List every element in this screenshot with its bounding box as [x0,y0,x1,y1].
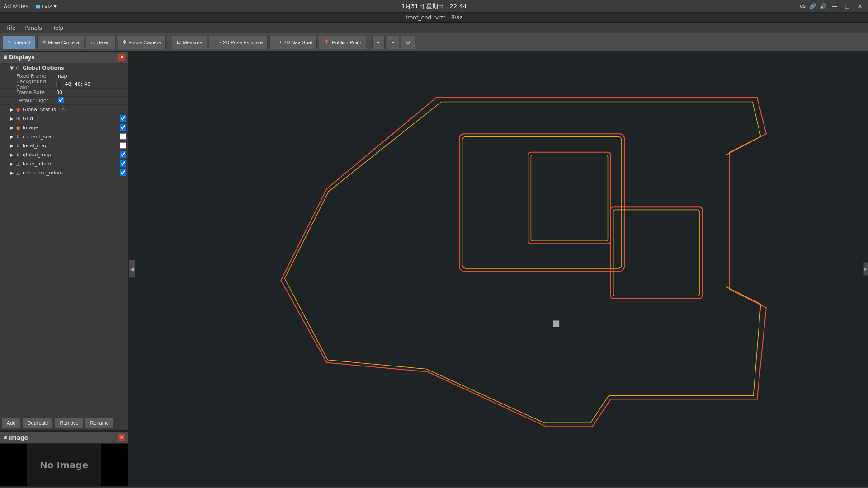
image-panel-title: Image [9,435,28,441]
global-map-checkbox[interactable] [120,151,126,158]
maximize-button[interactable]: □ [843,2,852,11]
add-button[interactable]: Add [2,418,21,428]
tree-item-global-map[interactable]: ▶ ⠿ global_map [0,150,128,159]
tree-item-global-options[interactable]: ▼ ⚙ Global Options [0,63,128,72]
background-color-value[interactable]: 48; 48; 48 [56,81,126,87]
image-panel-icon: 🖥 [3,435,7,440]
tree-item-global-status[interactable]: ▶ ● Global Status: Er... [0,105,128,114]
tree-item-reference-odom[interactable]: ▶ △ reference_odom [0,168,128,177]
grid-expand[interactable]: ▶ [9,116,14,121]
displays-panel-close[interactable]: ✕ [118,54,125,61]
reference-odom-expand[interactable]: ▶ [9,170,14,175]
displays-panel-header[interactable]: 🖥 Displays ✕ [0,52,128,63]
menu-panels[interactable]: Panels [20,24,47,32]
toolbar-zoom-reset[interactable]: ⊙ [401,36,415,49]
fixed-frame-value[interactable]: map [56,73,126,79]
image-expand[interactable]: ▶ [9,125,14,130]
toolbar-separator-1 [169,37,169,48]
rename-button[interactable]: Rename [85,418,114,428]
svg-rect-3 [462,136,622,268]
toolbar-zoom-out[interactable]: − [387,36,399,49]
tree-item-current-scan[interactable]: ▶ ⠿ current_scan [0,132,128,141]
nav-goal-icon: ⟶ [274,39,282,45]
yellow-overlay [285,102,761,423]
grid-checkbox[interactable] [120,115,126,122]
reference-odom-label: reference_odom [23,170,118,176]
laser-odom-expand[interactable]: ▶ [9,161,14,166]
svg-rect-0 [459,134,624,271]
laser-odom-checkbox[interactable] [120,160,126,167]
tree-item-grid[interactable]: ▶ ⊞ Grid [0,114,128,123]
global-status-expand[interactable]: ▶ [9,107,14,112]
current-scan-checkbox[interactable] [120,133,126,140]
focus-camera-icon: ✥ [123,39,127,45]
robot-marker [553,320,559,327]
volume-icon: 🔊 [820,3,826,9]
local-map-expand[interactable]: ▶ [9,143,14,148]
toolbar-select[interactable]: ▭ Select [86,36,116,49]
remove-button[interactable]: Remove [55,418,83,428]
image-label: Image [23,125,118,131]
frame-rate-value[interactable]: 30 [56,89,126,95]
global-status-icon: ● [14,106,22,113]
default-light-checkbox[interactable] [58,97,64,103]
image-icon: ● [14,124,22,131]
menubar: File Panels Help [0,23,868,33]
toolbar-2d-pose-estimate[interactable]: ⟶ 2D Pose Estimate [209,36,268,49]
duplicate-button[interactable]: Duplicate [23,418,53,428]
toolbar-separator-2 [369,37,369,48]
window-title: front_end.rviz* - RViz [406,14,462,21]
laser-odom-label: laser_odom [23,161,118,167]
local-map-label: local_map [23,143,118,149]
menu-help[interactable]: Help [47,24,68,32]
default-light-value[interactable] [56,97,126,104]
image-panel-close[interactable]: ✕ [118,434,125,441]
image-checkbox[interactable] [120,124,126,131]
select-icon: ▭ [91,39,95,45]
displays-buttons: Add Duplicate Remove Rename [0,415,128,430]
image-panel-header[interactable]: 🖥 Image ✕ [0,432,128,444]
global-options-icon: ⚙ [14,64,22,71]
image-panel-title-area: 🖥 Image [3,435,28,441]
no-image-text: No Image [27,444,101,486]
current-scan-icon: ⠿ [14,133,22,140]
global-options-expand[interactable]: ▼ [9,66,14,70]
activities-label[interactable]: Activities [4,3,28,9]
global-status-label: Global Status: Er... [23,107,126,113]
prop-default-light: Default Light [0,97,128,105]
titlebar: Activities ■ rviz ▾ 1月31日 星期日，22:44 us 🔗… [0,0,868,13]
global-map-expand[interactable]: ▶ [9,152,14,157]
toolbar-zoom-in[interactable]: + [372,36,385,49]
toolbar-move-camera[interactable]: ✥ Move Camera [37,36,84,49]
viewport[interactable]: ◀ ▶ [129,52,868,486]
svg-rect-5 [613,210,699,296]
frame-rate-label: Frame Rate [2,89,56,95]
main-area: 🖥 Displays ✕ ▼ ⚙ Global Options Fixed Fr… [0,52,868,486]
toolbar: ↖ Interact ✥ Move Camera ▭ Select ✥ Focu… [0,33,868,52]
toolbar-focus-camera[interactable]: ✥ Focus Camera [118,36,166,49]
app-indicator: ■ rviz ▾ [36,3,57,9]
current-scan-expand[interactable]: ▶ [9,134,14,139]
menu-file[interactable]: File [2,24,20,32]
network-icon: 🔗 [809,3,816,9]
tray-us: us [800,3,806,9]
displays-tree: ▼ ⚙ Global Options Fixed Frame map Backg… [0,63,128,415]
toolbar-2d-nav-goal[interactable]: ⟶ 2D Nav Goal [269,36,317,49]
local-map-checkbox[interactable] [120,142,126,149]
close-button[interactable]: ✕ [855,2,864,11]
minimize-button[interactable]: ─ [830,2,839,11]
displays-panel-icon: 🖥 [3,55,7,60]
tree-item-image[interactable]: ▶ ● Image [0,123,128,132]
tree-item-laser-odom[interactable]: ▶ △ laser_odom [0,159,128,168]
publish-point-icon: 📍 [324,39,330,45]
interact-icon: ↖ [8,39,12,45]
toolbar-publish-point[interactable]: 📍 Publish Point [319,36,366,49]
toolbar-measure[interactable]: ⊟ Measure [172,36,207,49]
image-black-right [101,444,128,486]
displays-panel-title: Displays [9,54,35,61]
current-scan-label: current_scan [23,134,118,140]
tree-item-local-map[interactable]: ▶ ⠿ local_map [0,141,128,150]
toolbar-interact[interactable]: ↖ Interact [3,36,35,49]
titlebar-datetime: 1月31日 星期日，22:44 [401,2,467,10]
reference-odom-checkbox[interactable] [120,169,126,176]
